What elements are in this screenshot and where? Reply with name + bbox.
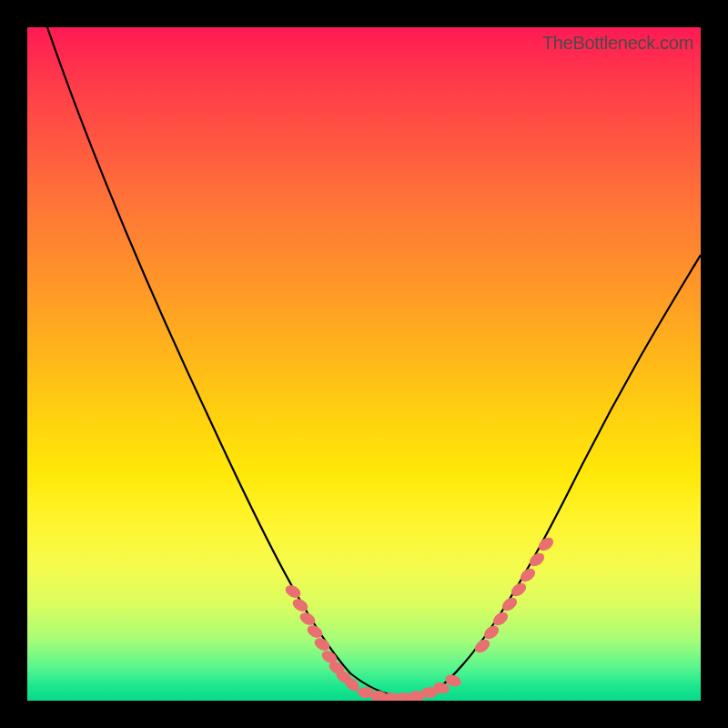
svg-point-4 — [312, 635, 332, 652]
svg-point-0 — [283, 582, 303, 600]
chart-svg — [27, 27, 701, 701]
svg-point-24 — [536, 535, 556, 553]
marker-cluster-right — [472, 535, 556, 655]
watermark-text: TheBottleneck.com — [542, 33, 693, 54]
marker-cluster-bottom — [358, 672, 463, 701]
plot-surface: TheBottleneck.com — [27, 27, 701, 701]
chart-frame: TheBottleneck.com — [0, 0, 728, 728]
bottleneck-curve — [47, 27, 701, 697]
